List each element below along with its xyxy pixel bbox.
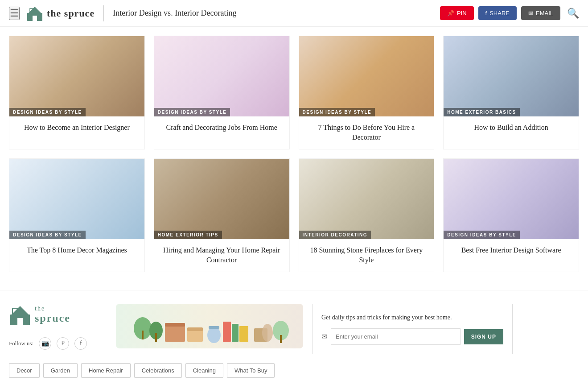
instagram-icon[interactable]: 📷: [39, 337, 51, 350]
footer-logo-text-group: the spruce: [35, 305, 70, 324]
svg-rect-11: [155, 333, 157, 342]
svg-rect-18: [223, 322, 231, 342]
card-category: HOME EXTERIOR BASICS: [444, 108, 519, 116]
card-body: 18 Stunning Stone Fireplaces for Every S…: [299, 239, 434, 272]
email-button[interactable]: ✉ EMAIL: [521, 6, 560, 20]
svg-rect-9: [142, 331, 144, 339]
card-image-container: DESIGN IDEAS BY STYLE: [299, 36, 434, 116]
pin-label: PIN: [457, 10, 467, 17]
footer-logo-spruce: spruce: [35, 312, 70, 324]
card-image-container: DESIGN IDEAS BY STYLE: [444, 159, 579, 239]
svg-rect-15: [187, 327, 203, 331]
card-image-container: HOME EXTERIOR TIPS: [154, 159, 289, 239]
svg-rect-19: [232, 324, 238, 342]
card-body: How to Become an Interior Designer: [9, 116, 144, 139]
card-title: 18 Stunning Stone Fireplaces for Every S…: [305, 245, 428, 265]
pinterest-icon[interactable]: P: [57, 337, 69, 350]
card-image: [444, 159, 579, 239]
header-logo[interactable]: the spruce: [26, 5, 95, 22]
card-image-container: HOME EXTERIOR BASICS: [444, 36, 579, 116]
card-title: The Top 8 Home Decor Magazines: [16, 245, 138, 255]
nav-tag-garden[interactable]: Garden: [43, 363, 78, 378]
card-image-container: DESIGN IDEAS BY STYLE: [9, 159, 144, 239]
newsletter-email-input[interactable]: [331, 328, 461, 345]
facebook-icon[interactable]: f: [74, 337, 87, 350]
svg-rect-2: [33, 16, 37, 21]
card-item[interactable]: DESIGN IDEAS BY STYLE Best Free Interior…: [443, 158, 579, 272]
card-image: [444, 36, 579, 116]
card-image: [9, 159, 144, 239]
header: ☰ the spruce Interior Design vs. Interio…: [0, 0, 588, 27]
newsletter-form: ✉ SIGN UP: [321, 328, 503, 345]
illustration-image: [116, 304, 303, 348]
card-image: [299, 36, 434, 116]
card-body: Best Free Interior Design Software: [444, 239, 579, 261]
card-image: [154, 159, 289, 239]
card-image-container: INTERIOR DECORATING: [299, 159, 434, 239]
follow-us: Follow us: 📷 P f: [9, 337, 107, 350]
footer-logo: the spruce Follow us: 📷 P f: [9, 304, 107, 350]
email-label: EMAIL: [536, 10, 553, 17]
nav-tag-cleaning[interactable]: Cleaning: [185, 363, 223, 378]
svg-point-16: [207, 327, 221, 343]
card-category: DESIGN IDEAS BY STYLE: [9, 108, 86, 116]
nav-tag-home-repair[interactable]: Home Repair: [81, 363, 131, 378]
card-category: INTERIOR DECORATING: [299, 231, 371, 239]
illustration-svg: [125, 306, 294, 346]
logo-icon: [26, 5, 43, 22]
main-content: DESIGN IDEAS BY STYLE How to Become an I…: [0, 27, 588, 290]
nav-tag-decor[interactable]: Decor: [9, 363, 40, 378]
card-title: Best Free Interior Design Software: [450, 245, 572, 255]
card-body: The Top 8 Home Decor Magazines: [9, 239, 144, 261]
follow-label: Follow us:: [9, 340, 33, 347]
svg-rect-20: [239, 326, 248, 342]
card-image-container: DESIGN IDEAS BY STYLE: [9, 36, 144, 116]
header-actions: 📌 PIN f SHARE ✉ EMAIL 🔍: [440, 6, 579, 20]
card-title: 7 Things to Do Before You Hire a Decorat…: [305, 123, 428, 143]
footer-logo-image-group: the spruce: [9, 304, 107, 326]
card-category: DESIGN IDEAS BY STYLE: [9, 231, 86, 239]
card-title: How to Become an Interior Designer: [16, 123, 138, 132]
nav-tag-celebrations[interactable]: Celebrations: [134, 363, 182, 378]
footer-illustration: [116, 304, 303, 348]
pin-icon: 📌: [447, 10, 454, 17]
footer: the spruce Follow us: 📷 P f: [0, 290, 588, 389]
newsletter-signup-button[interactable]: SIGN UP: [464, 329, 503, 344]
card-item[interactable]: INTERIOR DECORATING 18 Stunning Stone Fi…: [299, 158, 435, 272]
footer-top: the spruce Follow us: 📷 P f: [9, 304, 579, 355]
card-body: How to Build an Addition: [444, 116, 579, 139]
logo-text: the spruce: [47, 8, 95, 19]
card-image: [154, 36, 289, 116]
card-body: Hiring and Managing Your Home Repair Con…: [154, 239, 289, 272]
card-title: Craft and Decorating Jobs From Home: [160, 123, 283, 132]
svg-rect-6: [17, 318, 23, 325]
cards-grid-row1: DESIGN IDEAS BY STYLE How to Become an I…: [9, 36, 579, 272]
header-divider: [103, 5, 104, 21]
card-item[interactable]: DESIGN IDEAS BY STYLE How to Become an I…: [9, 36, 145, 149]
card-category: DESIGN IDEAS BY STYLE: [299, 108, 375, 116]
email-envelope-icon: ✉: [321, 332, 327, 341]
pin-button[interactable]: 📌 PIN: [440, 6, 474, 20]
card-item[interactable]: DESIGN IDEAS BY STYLE Craft and Decorati…: [154, 36, 290, 149]
header-title: Interior Design vs. Interior Decorating: [113, 8, 440, 18]
card-body: Craft and Decorating Jobs From Home: [154, 116, 289, 139]
footer-logo-icon: [9, 304, 31, 326]
card-item[interactable]: HOME EXTERIOR TIPS Hiring and Managing Y…: [154, 158, 290, 272]
card-item[interactable]: HOME EXTERIOR BASICS How to Build an Add…: [443, 36, 579, 149]
share-button[interactable]: f SHARE: [478, 6, 517, 20]
search-button[interactable]: 🔍: [567, 8, 579, 19]
nav-tag-what-to-buy[interactable]: What To Buy: [227, 363, 275, 378]
menu-icon[interactable]: ☰: [9, 7, 20, 20]
share-icon: f: [485, 10, 487, 17]
card-image-container: DESIGN IDEAS BY STYLE: [154, 36, 289, 116]
svg-rect-13: [165, 323, 185, 327]
footer-nav-tags: DecorGardenHome RepairCelebrationsCleani…: [9, 363, 579, 378]
card-category: HOME EXTERIOR TIPS: [154, 231, 222, 239]
card-image: [299, 159, 434, 239]
share-label: SHARE: [489, 10, 510, 17]
card-item[interactable]: DESIGN IDEAS BY STYLE 7 Things to Do Bef…: [299, 36, 435, 149]
email-icon: ✉: [528, 10, 533, 17]
card-category: DESIGN IDEAS BY STYLE: [154, 108, 230, 116]
card-item[interactable]: DESIGN IDEAS BY STYLE The Top 8 Home Dec…: [9, 158, 145, 272]
card-body: 7 Things to Do Before You Hire a Decorat…: [299, 116, 434, 149]
